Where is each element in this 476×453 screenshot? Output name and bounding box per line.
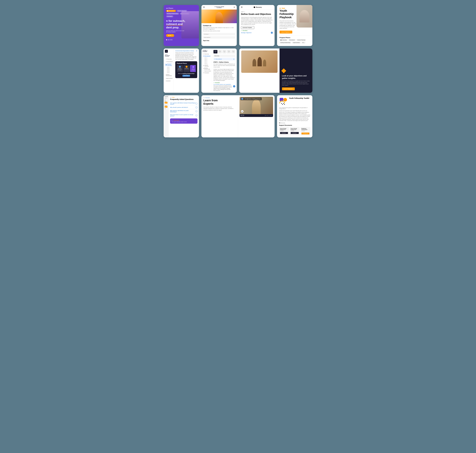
phase-tab-discovery[interactable]: Discovery bbox=[280, 39, 287, 41]
dot-2[interactable] bbox=[168, 39, 169, 40]
phase-tab-recruitment[interactable]: ⬤ Recruitment bbox=[166, 10, 176, 12]
faq-main: 03 / FAQs Frequently Asked Questions Can… bbox=[168, 95, 199, 137]
toolkit-header: Youth Fellowship Toolkit bbox=[279, 97, 310, 106]
coming-soon-btn[interactable]: Coming soon bbox=[301, 133, 309, 134]
step-tab-2[interactable]: Step 2 bbox=[218, 50, 222, 53]
step-2: STEP 2 bbox=[165, 68, 172, 69]
step-tab-5[interactable]: Step 5 bbox=[231, 50, 235, 53]
download-btn-1[interactable]: Download ↓ bbox=[280, 132, 288, 134]
phase-tab-building[interactable]: Building Relationships bbox=[280, 42, 291, 43]
strategic-badge: ↗ bbox=[271, 32, 273, 34]
communicate-desc: Clearly communicate the expectations and… bbox=[175, 52, 197, 60]
fullscreen-icon[interactable]: ⛶ bbox=[268, 115, 269, 116]
full-name-input[interactable] bbox=[203, 33, 235, 35]
phase-tab-building[interactable]: Building Relationships bbox=[166, 13, 179, 15]
sidebar-impl[interactable]: +Implementation bbox=[203, 70, 211, 72]
faq-toggle-2[interactable]: ⌄ bbox=[196, 106, 197, 108]
play-btn[interactable]: ▶ bbox=[241, 110, 244, 113]
close-icon[interactable]: ✕ bbox=[234, 6, 235, 8]
launch-playbook-btn[interactable]: ybook ↗ bbox=[166, 34, 174, 37]
doc-sub-3: Template bbox=[301, 130, 309, 131]
sidebar-recruitment[interactable]: ✦Recruitment bbox=[203, 55, 211, 57]
coming-soon-1: Coming soon bbox=[165, 102, 168, 104]
step-tab-3[interactable]: Step 3 bbox=[222, 50, 226, 53]
video-title: ▶ 4 - The Big Picture of Setting up Sess… bbox=[240, 98, 262, 100]
speaker-name: Kim Vinh bbox=[240, 115, 244, 116]
logo: ✦ YOUTH FELLOWSHIP PLAYBOOK bbox=[214, 6, 224, 8]
nav-impl[interactable]: Implementation bbox=[165, 77, 172, 79]
nav-session[interactable]: ⬤ Session Planning bbox=[165, 63, 172, 66]
testimonial-quote: "This sprint definitely made me feel bbox=[171, 121, 196, 122]
faq-toggle-1[interactable]: ⌄ bbox=[196, 103, 197, 105]
sidebar-eval[interactable]: ✗Evaluation bbox=[203, 72, 211, 74]
launch-playbook-btn[interactable]: Launch Playbook ↗ bbox=[280, 31, 292, 34]
expand-icon[interactable]: ⊕ bbox=[196, 50, 197, 51]
phase-card-session: ★ Session Planning planning the work ahe… bbox=[190, 65, 196, 72]
nav-eval[interactable]: Evaluation bbox=[165, 80, 172, 82]
phase-tab-impl[interactable]: Implementation bbox=[292, 42, 301, 43]
logo-area: ✦ bbox=[165, 50, 172, 53]
hero-text: n for outreach, ruitment and dent prep. bbox=[166, 19, 185, 29]
discovery-dot bbox=[279, 122, 280, 123]
next-phase-btn[interactable]: Next Phase bbox=[182, 75, 190, 77]
svg-point-2 bbox=[281, 103, 282, 104]
faq-toggle-3[interactable]: ⌄ bbox=[196, 110, 197, 112]
checklist-link[interactable]: ✓ Checklist bbox=[241, 30, 273, 31]
phase-tab-recruitment[interactable]: Recruitment bbox=[288, 39, 296, 41]
step-num-title: STEP 1 / Define Criteria bbox=[213, 61, 235, 63]
volume-icon[interactable]: 🔊 bbox=[265, 115, 266, 116]
speaker-org: BUILD.org bbox=[240, 116, 244, 116]
card-experts: 03 / Overview Learn from Experts We empo… bbox=[202, 95, 274, 137]
playbook-title: Youth Fellowship Playbook bbox=[280, 9, 296, 19]
communicate-title: Communicate Expectations Clearly ⊕ bbox=[175, 50, 197, 51]
card-recruitment-criteria: ✦ YOUTHFELLOWSHIPPLAYBOOK ⊙Discovery ✦Re… bbox=[202, 49, 237, 93]
contact-desc: Have a question about the toolkit, feedb… bbox=[203, 27, 235, 32]
hero-sub: pped out what you want to learn and are … bbox=[166, 30, 185, 33]
phase-tab-session[interactable]: Session Planning bbox=[296, 39, 306, 41]
phase-desc-disc: defining the co-design project and your … bbox=[177, 69, 182, 71]
faq-toggle-4[interactable]: ⌄ bbox=[196, 114, 197, 116]
recruitment-icon: ✦ bbox=[166, 61, 167, 62]
hero-image bbox=[202, 10, 237, 23]
objectives-img bbox=[241, 50, 278, 73]
testimonials-num: 04 / Testimonials bbox=[171, 120, 196, 121]
hamburger-icon[interactable]: ☰ bbox=[203, 6, 205, 8]
video-container: ▶ 4 - The Big Picture of Setting up Sess… bbox=[239, 97, 273, 117]
toggle-btn[interactable]: ↗ bbox=[233, 85, 235, 87]
doc-item-1: tions int bbox=[165, 98, 168, 99]
dot-1[interactable] bbox=[166, 39, 167, 40]
phase-tab-eval[interactable]: Ev... bbox=[301, 42, 305, 43]
nav-discovery[interactable]: ⊙ Discovery bbox=[165, 58, 172, 60]
dot-3[interactable] bbox=[170, 39, 171, 40]
nav-recruitment[interactable]: ✦ Recruitment bbox=[165, 61, 172, 63]
sidebar-discovery[interactable]: ⊙Discovery bbox=[203, 53, 211, 55]
email-input[interactable] bbox=[203, 36, 235, 39]
step-5: STEP 5 bbox=[165, 71, 172, 72]
step-tab-1[interactable]: Step 1 bbox=[213, 50, 217, 53]
faq-item-2: Why should I partner with BUILD? ⌄ bbox=[170, 106, 197, 109]
step-tab-4[interactable]: Step 4 bbox=[227, 50, 231, 53]
svg-point-3 bbox=[282, 104, 283, 105]
phase-name-sess: Session Planning bbox=[191, 68, 196, 70]
settings-icon[interactable]: ⚙ bbox=[267, 115, 267, 116]
step-1: STEP 1 bbox=[165, 67, 172, 68]
launch-playbook-btn[interactable]: Launch Playbook ↗ bbox=[282, 87, 295, 90]
session-icon: ⬤ bbox=[166, 64, 167, 65]
discovery-icon: ⊙ bbox=[166, 58, 167, 60]
strategic-link[interactable]: Strategic Alignment ↗ bbox=[241, 32, 273, 34]
download-btn-2[interactable]: Download ↓ bbox=[291, 132, 299, 134]
expand-icon[interactable]: ⊕ bbox=[233, 58, 234, 60]
contact-content: Contact us Have a question about the too… bbox=[202, 23, 237, 43]
download-template-btn[interactable]: Download Template ↓ bbox=[241, 26, 254, 29]
hamburger-icon[interactable]: ☰ bbox=[241, 6, 243, 8]
discovery-nav: ⬤ Discovery bbox=[254, 7, 262, 8]
nav-building[interactable]: Building Relationships bbox=[165, 73, 172, 77]
step-label: STEP 1 / bbox=[241, 11, 273, 12]
session-layout: ✦ YOUTHFELLOWSHIPPLAYBOOK ⊙ Discovery ✦ … bbox=[164, 49, 199, 93]
logo-icon: ✦ bbox=[165, 50, 168, 53]
phase-tab-eval[interactable]: Evaluation bbox=[166, 15, 173, 17]
dot-4[interactable] bbox=[171, 39, 172, 40]
phases-display-title: Playbook Phases bbox=[177, 63, 196, 64]
sidebar-session[interactable]: ★Session Planning bbox=[203, 64, 211, 67]
sidebar-building[interactable]: ♦Building Relationships bbox=[203, 67, 211, 70]
